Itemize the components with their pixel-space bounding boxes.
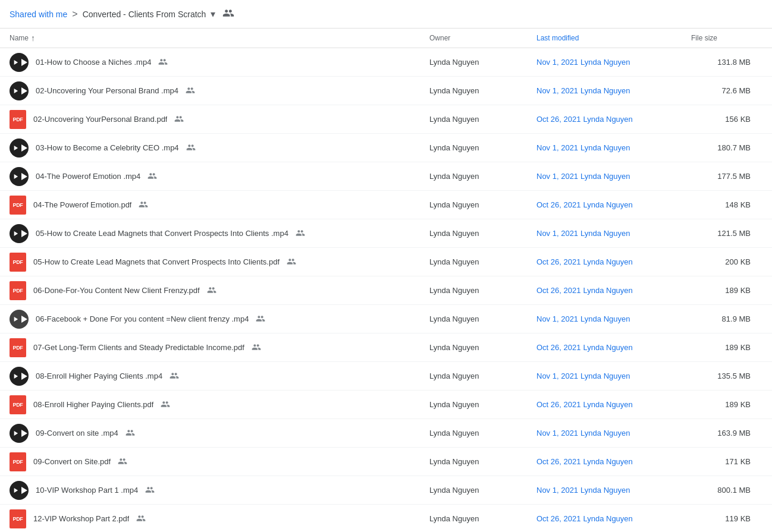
modified-by: Lynda Nguyen (583, 514, 632, 523)
table-row[interactable]: 01-How to Choose a Niches .mp4 Lynda Ngu… (0, 48, 772, 77)
modified-cell: Nov 1, 2021 Lynda Nguyen (536, 429, 691, 437)
size-cell: 131.8 MB (691, 58, 762, 67)
file-name-cell: 08-Enroll Higher Paying Clients .mp4 (10, 367, 429, 386)
table-row[interactable]: 08-Enroll Higher Paying Clients .mp4 Lyn… (0, 362, 772, 391)
shared-icon (145, 485, 155, 496)
modified-by: Lynda Nguyen (583, 115, 632, 124)
sort-arrow-icon: ↑ (31, 33, 35, 43)
modified-by: Lynda Nguyen (580, 86, 630, 95)
share-people-icon[interactable] (222, 7, 234, 21)
modified-date: Oct 26, 2021 (536, 200, 580, 209)
name-column-header[interactable]: Name ↑ (10, 33, 429, 43)
pdf-file-icon: PDF (10, 509, 26, 528)
modified-cell: Oct 26, 2021 Lynda Nguyen (536, 457, 691, 466)
file-name-cell: 05-How to Create Lead Magnets that Conve… (10, 224, 429, 243)
table-row[interactable]: PDF 05-How to Create Lead Magnets that C… (0, 248, 772, 276)
modified-by: Lynda Nguyen (583, 343, 632, 352)
file-name: 01-How to Choose a Niches .mp4 (36, 58, 151, 67)
modified-by: Lynda Nguyen (583, 200, 632, 209)
video-file-icon (10, 53, 29, 72)
file-name: 07-Get Long-Term Clients and Steady Pred… (33, 343, 244, 352)
table-row[interactable]: PDF 04-The Powerof Emotion.pdf Lynda Ngu… (0, 191, 772, 219)
pdf-file-icon: PDF (10, 452, 26, 471)
chevron-down-icon[interactable]: ▾ (211, 8, 215, 20)
breadcrumb: Shared with me > Converted - Clients Fro… (0, 0, 772, 29)
file-name: 08-Enroll Higher Paying Clients.pdf (33, 400, 153, 409)
owner-cell: Lynda Nguyen (429, 486, 536, 495)
table-row[interactable]: PDF 09-Convert on Site.pdf Lynda Nguyen … (0, 448, 772, 476)
breadcrumb-shared-link[interactable]: Shared with me (10, 10, 67, 19)
table-row[interactable]: PDF 08-Enroll Higher Paying Clients.pdf … (0, 391, 772, 419)
file-name-cell: PDF 02-Uncovering YourPersonal Brand.pdf (10, 110, 429, 129)
file-name: 06-Facebook + Done For you content =New … (36, 314, 249, 323)
shared-icon (256, 314, 265, 325)
modified-cell: Nov 1, 2021 Lynda Nguyen (536, 486, 691, 495)
table-row[interactable]: PDF 02-Uncovering YourPersonal Brand.pdf… (0, 105, 772, 134)
shared-icon (139, 200, 148, 210)
file-name-cell: PDF 04-The Powerof Emotion.pdf (10, 196, 429, 215)
modified-date: Oct 26, 2021 (536, 343, 580, 352)
modified-cell: Nov 1, 2021 Lynda Nguyen (536, 172, 691, 181)
modified-by: Lynda Nguyen (583, 257, 632, 266)
video-file-icon (10, 310, 29, 329)
shared-icon (158, 57, 168, 68)
file-name-cell: PDF 07-Get Long-Term Clients and Steady … (10, 338, 429, 357)
file-name-cell: 06-Facebook + Done For you content =New … (10, 310, 429, 329)
file-name: 04-The Powerof Emotion.pdf (33, 200, 131, 209)
file-rows: 01-How to Choose a Niches .mp4 Lynda Ngu… (0, 48, 772, 532)
file-name-cell: PDF 05-How to Create Lead Magnets that C… (10, 253, 429, 272)
modified-date: Nov 1, 2021 (536, 229, 578, 238)
modified-date: Nov 1, 2021 (536, 429, 578, 437)
modified-date: Nov 1, 2021 (536, 86, 578, 95)
table-row[interactable]: 06-Facebook + Done For you content =New … (0, 305, 772, 333)
file-list-container: Name ↑ Owner Last modified File size 01-… (0, 29, 772, 532)
owner-column-header: Owner (429, 34, 536, 42)
shared-icon (207, 285, 216, 296)
size-cell: 148 KB (691, 200, 762, 209)
owner-cell: Lynda Nguyen (429, 58, 536, 67)
table-row[interactable]: 05-How to Create Lead Magnets that Conve… (0, 219, 772, 248)
file-name: 02-Uncovering Your Personal Brand .mp4 (36, 86, 178, 95)
modified-date: Oct 26, 2021 (536, 400, 580, 409)
modified-by: Lynda Nguyen (580, 172, 630, 181)
modified-by: Lynda Nguyen (580, 229, 630, 238)
file-name-cell: 01-How to Choose a Niches .mp4 (10, 53, 429, 72)
table-row[interactable]: 04-The Powerof Emotion .mp4 Lynda Nguyen… (0, 162, 772, 191)
modified-date: Oct 26, 2021 (536, 514, 580, 523)
owner-cell: Lynda Nguyen (429, 400, 536, 409)
size-cell: 156 KB (691, 115, 762, 124)
file-name-cell: 04-The Powerof Emotion .mp4 (10, 167, 429, 186)
modified-by: Lynda Nguyen (583, 286, 632, 295)
owner-cell: Lynda Nguyen (429, 172, 536, 181)
table-row[interactable]: 10-VIP Workshop Part 1 .mp4 Lynda Nguyen… (0, 476, 772, 505)
shared-icon (136, 514, 146, 524)
table-row[interactable]: 09-Convert on site .mp4 Lynda Nguyen Nov… (0, 419, 772, 448)
owner-cell: Lynda Nguyen (429, 457, 536, 466)
modified-by: Lynda Nguyen (583, 400, 632, 409)
video-file-icon (10, 81, 29, 100)
video-file-icon (10, 424, 29, 443)
file-name-cell: PDF 06-Done-For-You Content New Client F… (10, 281, 429, 300)
modified-cell: Nov 1, 2021 Lynda Nguyen (536, 143, 691, 152)
modified-cell: Oct 26, 2021 Lynda Nguyen (536, 200, 691, 209)
modified-by: Lynda Nguyen (583, 457, 632, 466)
pdf-file-icon: PDF (10, 281, 26, 300)
size-cell: 72.6 MB (691, 86, 762, 95)
modified-column-header[interactable]: Last modified (536, 34, 691, 42)
video-file-icon (10, 481, 29, 500)
file-name: 05-How to Create Lead Magnets that Conve… (33, 257, 280, 266)
table-row[interactable]: PDF 12-VIP Workshop Part 2.pdf Lynda Ngu… (0, 505, 772, 532)
size-cell: 81.9 MB (691, 314, 762, 323)
video-file-icon (10, 167, 29, 186)
shared-icon (186, 86, 195, 96)
shared-icon (287, 257, 296, 267)
size-cell: 189 KB (691, 343, 762, 352)
table-row[interactable]: 03-How to Become a Celebrity CEO .mp4 Ly… (0, 134, 772, 162)
shared-icon (125, 428, 135, 439)
table-row[interactable]: PDF 07-Get Long-Term Clients and Steady … (0, 333, 772, 362)
table-row[interactable]: PDF 06-Done-For-You Content New Client F… (0, 276, 772, 305)
table-row[interactable]: 02-Uncovering Your Personal Brand .mp4 L… (0, 77, 772, 105)
file-name-cell: PDF 08-Enroll Higher Paying Clients.pdf (10, 395, 429, 414)
modified-date: Oct 26, 2021 (536, 115, 580, 124)
video-file-icon (10, 224, 29, 243)
